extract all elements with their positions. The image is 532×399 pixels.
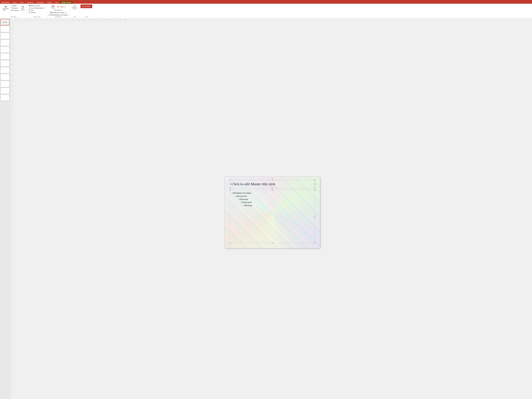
content-level4: • Fourth level [232,201,313,204]
colors-dropdown-icon[interactable]: ▼ [64,6,66,7]
content-handle-bot-mid[interactable] [272,242,273,244]
slide-thumb-9[interactable] [0,74,10,80]
rotate-handle[interactable] [272,177,273,179]
slide-thumb-6[interactable] [0,53,10,60]
handle-mid-left[interactable] [230,184,231,185]
slide-thumb-8[interactable] [0,67,10,73]
themes-button[interactable]: Aa Themes [50,5,56,9]
close-label: Close [85,16,88,18]
tab-slide-master[interactable]: Slide Master [0,1,11,4]
content-handle-top-mid[interactable] [272,190,273,191]
preserve-icon: 📌 [11,10,13,11]
insert-slide-master-button[interactable]: ⊞ Insert SlideMaster [2,5,9,11]
size-label: Size [73,16,76,18]
slide-thumb-1[interactable]: Click to editMaster title [0,19,10,25]
title-textbox[interactable]: Click to edit Master title style [230,180,315,188]
slide-thumb-3[interactable] [0,33,10,39]
insert-placeholder-button[interactable]: ⬜ Insert Placeholder ▼ [28,7,46,9]
rename-icon: ✎ [11,7,12,9]
content-handle-top-right[interactable] [314,190,315,191]
vertical-ruler: 1 1 2 3 4 5 6 7 8 9 10 11 12 13 14 15 16 [11,21,13,399]
slide-size-dropdown-icon[interactable]: ▼ [74,9,75,10]
content-handle-mid-right[interactable] [314,216,315,217]
footers-checkbox[interactable]: Footers [28,12,46,14]
edit-theme-group: Aa Themes 🎨 Colors ▼ Aa Fonts ▼ 🖼 Backgr… [47,4,70,18]
slide-thumb-10[interactable] [0,81,10,87]
ruler-and-slide: 1 1 2 3 4 5 6 7 8 9 10 11 12 13 14 15 16 [11,21,532,399]
master-layout-icon: ▦ [29,5,30,6]
slide-size-button[interactable]: ⬜ Slide Size ▼ [71,5,78,10]
main-area: 1 Click to editMaster title 2 1 1 2 3 4 … [0,19,532,399]
close-master-button[interactable]: Close Master [81,5,92,8]
edit-master-label: Edit Master [11,16,17,18]
insert-layout-button[interactable]: ⊟ InsertLayout [20,5,25,11]
ribbon: ⊞ Insert SlideMaster ✕ Delete ✎ Rename 📌… [0,4,532,19]
close-master-group: Close Master Close [79,4,93,18]
delete-button[interactable]: ✕ Delete [10,5,20,7]
slide-thumb-12[interactable] [0,95,10,101]
tab-shape-format[interactable]: Shape Format [60,1,73,4]
handle-top-right[interactable] [314,179,315,181]
themes-icon: Aa [52,5,55,7]
background-group-label: Background [55,16,62,18]
tab-insert[interactable]: Insert [18,1,25,4]
content-handle-bot-left[interactable] [230,242,231,244]
horizontal-ruler: 2 1 1 2 3 4 5 6 7 8 9 10 11 12 13 14 15 … [13,19,532,21]
handle-top-mid[interactable] [272,179,273,181]
hide-background-checkbox[interactable]: ✓ Hide Background Graphics [48,14,69,16]
tab-view[interactable]: View [54,1,60,4]
content-level5: • Fifth level [232,204,313,207]
slide-size-group: ⬜ Slide Size ▼ Size [70,4,79,18]
fonts-button[interactable]: Aa Fonts ▼ [54,9,63,11]
slide-thumb-wrapper-1: 1 Click to editMaster title [0,19,10,25]
handle-mid-right[interactable] [314,184,315,185]
hide-bg-check-icon: ✓ [49,14,50,16]
slide-thumb-5[interactable] [0,46,10,53]
title-placeholder-text: Click to edit Master title style [231,182,276,186]
rename-button[interactable]: ✎ Rename [10,7,20,9]
tab-transitions[interactable]: Transitions [25,1,35,4]
handle-top-left[interactable] [230,179,231,181]
ribbon-tabs: Slide Master Home Insert Transitions Ani… [0,0,532,4]
slide[interactable]: Click to edit Master title style • Edit … [225,177,320,248]
slide-thumb-4[interactable] [0,40,10,46]
slide-thumb-7[interactable] [0,60,10,66]
slide-thumb-2[interactable] [0,26,10,32]
edit-master-top-row: ⊞ Insert SlideMaster ✕ Delete ✎ Rename 📌… [2,5,25,12]
background-styles-button[interactable]: 🖼 Background Styles ▼ [50,12,67,14]
insert-placeholder-dropdown-icon[interactable]: ▼ [43,7,45,9]
slide-size-icon: ⬜ [73,5,76,7]
content-level2: • Second level [232,195,313,198]
handle-bot-mid[interactable] [272,188,273,189]
edit-master-group: ⊞ Insert SlideMaster ✕ Delete ✎ Rename 📌… [1,4,27,18]
footers-check-icon [29,12,30,13]
handle-bot-right[interactable] [314,188,315,189]
slide-thumb-11[interactable] [0,88,10,94]
handle-bot-left[interactable] [230,188,231,189]
master-layout-button[interactable]: ▦ Master Layout [28,5,46,7]
content-handle-top-left[interactable] [230,190,231,191]
title-check-icon: ✓ [29,10,30,11]
master-layout-group: ▦ Master Layout ⬜ Insert Placeholder ▼ ✓… [27,4,47,18]
insert-placeholder-icon: ⬜ [29,7,31,9]
canvas-container: 2 1 1 2 3 4 5 6 7 8 9 10 11 12 13 14 15 … [11,19,532,399]
bg-styles-dropdown-icon[interactable]: ▼ [65,12,66,13]
bg-styles-icon: 🖼 [51,12,52,13]
insert-layout-icon: ⊟ [22,5,24,8]
delete-icon: ✕ [11,5,12,6]
master-layout-label: Master Layout [33,16,40,18]
fonts-icon: Aa [54,9,56,11]
fonts-dropdown-icon[interactable]: ▼ [61,9,62,11]
content-handle-bot-right[interactable] [314,242,315,244]
tab-animations[interactable]: Animations [35,1,45,4]
content-level1: • Edit Master text styles [232,192,313,195]
slides-panel: 1 Click to editMaster title [0,19,11,399]
content-textbox[interactable]: • Edit Master text styles • Second level… [230,190,315,243]
tab-home[interactable]: Home [11,1,18,4]
content-placeholder: • Edit Master text styles • Second level… [232,192,313,207]
title-checkbox[interactable]: ✓ Title [28,9,46,11]
slide-canvas[interactable]: Click to edit Master title style • Edit … [13,21,532,399]
preserve-button[interactable]: 📌 Preserve [10,9,20,12]
tab-review[interactable]: Review [46,1,54,4]
colors-button[interactable]: 🎨 Colors ▼ [57,6,67,8]
